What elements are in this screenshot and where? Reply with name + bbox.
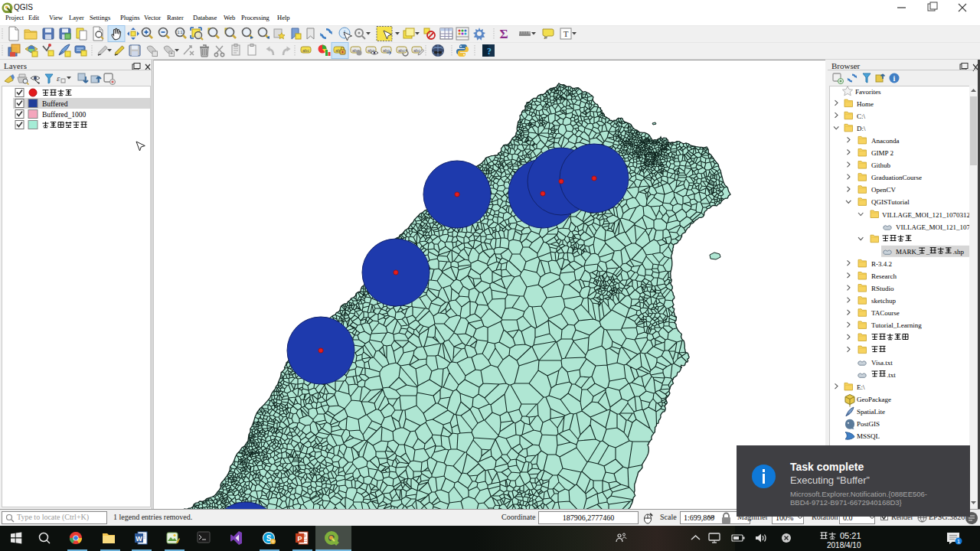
svg-text:Tutorial_Learning: Tutorial_Learning <box>871 321 922 329</box>
svg-text:Github: Github <box>871 161 891 169</box>
svg-text:1: 1 <box>957 538 961 545</box>
svg-text:abc: abc <box>413 48 420 53</box>
svg-text:Visa.txt: Visa.txt <box>871 359 893 367</box>
svg-text:PostGIS: PostGIS <box>857 420 880 428</box>
svg-text:_: _ <box>926 248 930 256</box>
svg-text:Research: Research <box>871 272 897 280</box>
svg-text:GIMP 2: GIMP 2 <box>871 149 893 157</box>
svg-text:R-3.4.2: R-3.4.2 <box>871 260 892 268</box>
svg-text:QGISTutorial: QGISTutorial <box>871 198 910 206</box>
svg-text:sketchup: sketchup <box>871 297 896 305</box>
svg-text:VILLAGE_MOI_121_1070312: VILLAGE_MOI_121_1070312 <box>882 211 970 219</box>
svg-text:Home: Home <box>857 100 874 108</box>
svg-text:RStudio: RStudio <box>871 285 894 292</box>
svg-text:MARK_: MARK_ <box>896 248 920 256</box>
svg-text:GraduationCourse: GraduationCourse <box>871 174 922 181</box>
svg-text:.shp: .shp <box>952 248 964 256</box>
svg-text:Anaconda: Anaconda <box>871 137 899 145</box>
svg-text:TACourse: TACourse <box>871 309 900 317</box>
svg-text:C:\: C:\ <box>857 112 866 120</box>
svg-text:OpenCV: OpenCV <box>871 186 896 194</box>
svg-text:.txt: .txt <box>887 371 896 379</box>
svg-text:W: W <box>136 535 142 543</box>
svg-text:T: T <box>564 29 569 38</box>
svg-text:VILLAGE_MOI_121_10703: VILLAGE_MOI_121_10703 <box>896 223 977 231</box>
svg-text:P: P <box>297 535 302 543</box>
svg-text:Favorites: Favorites <box>855 88 881 96</box>
svg-text:abc: abc <box>302 48 309 53</box>
svg-text:?: ? <box>487 46 492 57</box>
svg-text:i: i <box>893 74 896 83</box>
svg-text:D:\: D:\ <box>857 125 866 132</box>
svg-text:MSSQL: MSSQL <box>857 432 880 440</box>
svg-text:E:\: E:\ <box>857 383 865 391</box>
svg-text:SpatiaLite: SpatiaLite <box>857 408 885 416</box>
svg-text:ε: ε <box>57 73 60 83</box>
svg-text:Σ: Σ <box>499 27 508 41</box>
svg-text:Buffered: Buffered <box>42 100 68 108</box>
svg-text:abc: abc <box>398 48 405 53</box>
svg-text:1:1: 1:1 <box>178 30 183 34</box>
svg-text:abc: abc <box>383 48 390 53</box>
svg-text:Buffered_1000: Buffered_1000 <box>42 111 87 119</box>
svg-text:GeoPackage: GeoPackage <box>857 396 891 403</box>
